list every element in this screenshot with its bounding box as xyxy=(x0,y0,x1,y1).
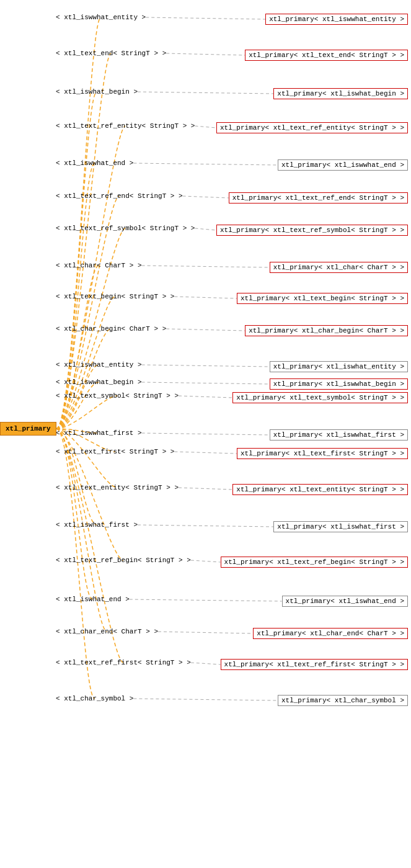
right-node-13: xtl_primary< xtl_iswwhat_first > xyxy=(270,429,408,441)
left-node-15: < xtl_text_entity< StringT > > xyxy=(56,484,179,491)
svg-line-6 xyxy=(195,228,216,230)
right-node-9: xtl_primary< xtl_char_begin< CharT > > xyxy=(245,325,408,336)
left-node-18: < xtl_iswhat_end > xyxy=(56,596,130,603)
right-node-11: xtl_primary< xtl_iswwhat_begin > xyxy=(270,378,408,390)
svg-line-2 xyxy=(138,92,273,94)
left-node-20: < xtl_text_ref_first< StringT > > xyxy=(56,659,191,666)
svg-line-18 xyxy=(130,599,282,601)
svg-line-20 xyxy=(191,663,221,664)
right-node-6: xtl_primary< xtl_text_ref_symbol< String… xyxy=(216,225,408,236)
right-node-2: xtl_primary< xtl_iswhat_begin > xyxy=(273,88,408,99)
svg-line-3 xyxy=(195,126,216,128)
svg-line-14 xyxy=(174,452,237,454)
right-node-1: xtl_primary< xtl_text_end< StringT > > xyxy=(245,50,408,61)
right-node-7: xtl_primary< xtl_char< CharT > > xyxy=(270,262,408,273)
left-node-3: < xtl_text_ref_entity< StringT > > xyxy=(56,122,195,130)
svg-line-15 xyxy=(179,488,232,490)
right-node-0: xtl_primary< xtl_iswwhat_entity > xyxy=(265,14,408,25)
right-node-3: xtl_primary< xtl_text_ref_entity< String… xyxy=(216,122,408,133)
svg-line-9 xyxy=(166,329,245,331)
left-node-10: < xtl_iswhat_entity > xyxy=(56,361,142,369)
central-node-label: xtl_primary xyxy=(6,425,51,432)
right-node-18: xtl_primary< xtl_iswhat_end > xyxy=(282,596,408,607)
svg-line-1 xyxy=(166,53,245,55)
svg-line-8 xyxy=(174,297,237,298)
left-node-8: < xtl_text_begin< StringT > > xyxy=(56,293,174,300)
right-node-21: xtl_primary< xtl_char_symbol > xyxy=(278,695,408,706)
left-node-17: < xtl_text_ref_begin< StringT > > xyxy=(56,557,191,564)
left-node-0: < xtl_iswwhat_entity > xyxy=(56,14,146,21)
left-node-4: < xtl_iswwhat_end > xyxy=(56,159,133,167)
right-node-12: xtl_primary< xtl_text_symbol< StringT > … xyxy=(232,392,408,403)
right-node-15: xtl_primary< xtl_text_entity< StringT > … xyxy=(232,484,408,495)
left-node-5: < xtl_text_ref_end< StringT > > xyxy=(56,192,183,200)
right-node-14: xtl_primary< xtl_text_first< StringT > > xyxy=(237,448,408,459)
right-node-20: xtl_primary< xtl_text_ref_first< StringT… xyxy=(221,659,408,670)
svg-line-11 xyxy=(142,382,270,384)
left-node-1: < xtl_text_end< StringT > > xyxy=(56,50,166,57)
svg-line-10 xyxy=(142,365,270,367)
right-node-10: xtl_primary< xtl_iswhat_entity > xyxy=(270,361,408,372)
svg-line-4 xyxy=(133,163,278,165)
svg-line-16 xyxy=(138,525,273,527)
svg-line-21 xyxy=(133,699,278,700)
svg-line-13 xyxy=(142,433,270,435)
central-node: xtl_primary xyxy=(0,422,56,436)
svg-line-0 xyxy=(146,17,265,19)
svg-line-12 xyxy=(179,396,232,398)
left-node-21: < xtl_char_symbol > xyxy=(56,695,133,702)
right-node-17: xtl_primary< xtl_text_ref_begin< StringT… xyxy=(221,557,408,568)
left-node-16: < xtl_iswhat_first > xyxy=(56,521,138,529)
svg-line-17 xyxy=(191,560,221,562)
right-node-19: xtl_primary< xtl_char_end< CharT > > xyxy=(253,628,408,639)
svg-line-7 xyxy=(142,266,270,267)
left-node-14: < xtl_text_first< StringT > > xyxy=(56,448,174,455)
left-node-12: < xtl_text_symbol< StringT > > xyxy=(56,392,179,400)
left-node-7: < xtl_char< CharT > > xyxy=(56,262,142,269)
svg-line-5 xyxy=(183,196,229,198)
right-node-4: xtl_primary< xtl_iswwhat_end > xyxy=(278,159,408,171)
left-node-13: < xtl_iswwhat_first > xyxy=(56,429,142,437)
diagram-container: xtl_primary < xtl_iswwhat_entity >xtl_pr… xyxy=(0,0,411,868)
left-node-9: < xtl_char_begin< CharT > > xyxy=(56,325,166,333)
right-node-8: xtl_primary< xtl_text_begin< StringT > > xyxy=(237,293,408,304)
left-node-6: < xtl_text_ref_symbol< StringT > > xyxy=(56,225,195,232)
left-node-11: < xtl_iswwhat_begin > xyxy=(56,378,142,386)
right-node-16: xtl_primary< xtl_iswhat_first > xyxy=(273,521,408,532)
left-node-2: < xtl_iswhat_begin > xyxy=(56,88,138,96)
svg-line-19 xyxy=(158,632,253,633)
left-node-19: < xtl_char_end< CharT > > xyxy=(56,628,158,635)
right-node-5: xtl_primary< xtl_text_ref_end< StringT >… xyxy=(229,192,408,204)
